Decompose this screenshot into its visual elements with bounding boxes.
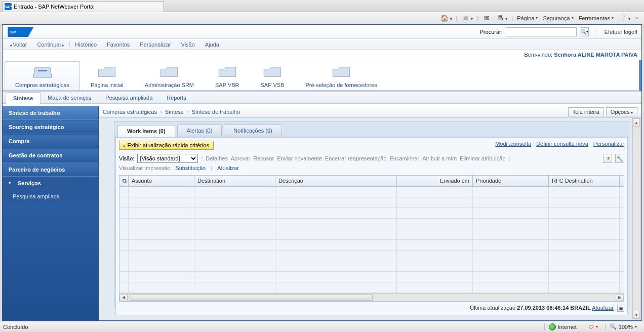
folder-icon — [261, 64, 284, 80]
table-row[interactable] — [119, 208, 624, 219]
action-recusar[interactable]: Recusar — [253, 155, 274, 161]
zoom-control[interactable]: 🔍 100% — [605, 323, 641, 330]
col-assunto[interactable]: Assunto — [129, 176, 194, 186]
nav-ajuda[interactable]: Ajuda — [200, 42, 224, 48]
table-row[interactable] — [119, 261, 624, 272]
col-descrição[interactable]: Descrição — [275, 176, 397, 186]
browser-tabs: SAP Entrada - SAP NetWeaver Portal — [0, 0, 644, 12]
action-encerrar[interactable]: Encerrar reapresentação — [325, 155, 387, 161]
exibir-criterios-button[interactable]: Exibir atualização rápida critérios — [119, 141, 214, 150]
welcome-user: Senhora ALINE MAROTA PAIVA — [554, 52, 637, 58]
scroll-right-icon[interactable]: ▶ — [616, 294, 624, 301]
module-compras-estrategicas[interactable]: Compras estratégicas — [5, 61, 80, 90]
action-atribuir[interactable]: Atribuir a mim — [422, 155, 457, 161]
filter-icon[interactable]: ⧩ — [603, 154, 612, 163]
col-selector[interactable]: ⧉ — [119, 176, 129, 186]
table-row[interactable] — [119, 197, 624, 208]
col-prioridade[interactable]: Prioridade — [473, 176, 549, 186]
help-icon[interactable]: ❔ — [617, 13, 632, 23]
nav-historico[interactable]: Histórico — [70, 42, 102, 48]
bc-b[interactable]: Síntese — [165, 109, 184, 115]
nav-forward[interactable]: Continuar — [32, 42, 70, 48]
table-row[interactable] — [119, 272, 624, 282]
table-row[interactable] — [119, 229, 624, 240]
action-eliminar[interactable]: Eliminar atribuição — [460, 155, 505, 161]
table-row[interactable] — [119, 282, 624, 293]
left-sourcing[interactable]: Sourcing estratégico — [3, 120, 98, 134]
menu-ferramentas[interactable]: Ferramentas — [577, 14, 616, 22]
scroll-up-icon[interactable]: ▲ — [633, 118, 640, 127]
search-button[interactable]: 🔍▾ — [580, 27, 589, 36]
sap-app: SAP Procurar: 🔍▾ Efetuar logoff Voltar C… — [2, 24, 642, 321]
nav-favoritos[interactable]: Favoritos — [102, 42, 135, 48]
vertical-scrollbar[interactable]: ▲ ▼ — [632, 118, 640, 319]
left-servicos[interactable]: Serviços — [3, 177, 98, 190]
module-pagina-inicial[interactable]: Página inicial — [80, 61, 134, 90]
grid-body — [119, 187, 624, 293]
tela-inteira-button[interactable]: Tela inteira — [568, 107, 604, 116]
personalizar-link[interactable]: Personalizar — [593, 141, 624, 147]
menu-seguranca[interactable]: Segurança — [541, 14, 575, 22]
mail-icon[interactable]: ✉ — [480, 13, 493, 23]
definir-consulta-link[interactable]: Definir consulta nova — [536, 141, 588, 147]
horizontal-scrollbar[interactable]: ◀ ▶ — [119, 293, 624, 301]
settings-icon[interactable]: 🔧 — [615, 154, 624, 163]
col-enviado-em[interactable]: Enviado em — [397, 176, 473, 186]
scroll-left-icon[interactable]: ◀ — [119, 294, 128, 301]
module-preselecao[interactable]: Pré-seleção de fornecedores — [295, 61, 387, 90]
col-rfc-destination[interactable]: RFC Destination — [549, 176, 620, 186]
module-sap-vsb[interactable]: SAP VSB — [250, 61, 295, 90]
action-aprovar[interactable]: Aprovar — [231, 155, 251, 161]
col-destination[interactable]: Destination — [194, 176, 275, 186]
left-sintese-trabalho[interactable]: Síntese de trabalho — [3, 106, 98, 120]
left-compra[interactable]: Compra — [3, 134, 98, 148]
browser-tab[interactable]: SAP Entrada - SAP NetWeaver Portal — [2, 1, 164, 12]
print-icon[interactable]: 🖶 — [494, 13, 509, 23]
nav-visao[interactable]: Visão — [176, 42, 200, 48]
nav-back[interactable]: Voltar — [5, 42, 32, 48]
action-enviar[interactable]: Enviar novamente — [277, 155, 322, 161]
protected-mode-icon[interactable]: 🛡▾ — [584, 324, 602, 330]
action-atualizar[interactable]: Atualizar — [217, 165, 239, 171]
left-gestao[interactable]: Gestão de contratos — [3, 148, 98, 162]
grid-header: ⧉AssuntoDestinationDescriçãoEnviado emPr… — [119, 176, 624, 187]
tab-alertas[interactable]: Alertas (0) — [177, 124, 222, 137]
rss-icon[interactable]: ▣ — [459, 13, 475, 23]
toolbar-row2: Visualizar impressão Substituição | Atua… — [119, 165, 624, 171]
nav-personalizar[interactable]: Personalizar — [135, 42, 176, 48]
modif-consulta-link[interactable]: Modif.consulta — [495, 141, 531, 147]
action-encaminhar[interactable]: Encaminhar — [390, 155, 420, 161]
search-input[interactable] — [506, 27, 577, 36]
left-parceiro[interactable]: Parceiro de negócios — [3, 162, 98, 177]
subtab-pesquisa[interactable]: Pesquisa ampliada — [98, 92, 159, 103]
zone-internet[interactable]: Internet — [544, 323, 581, 330]
chevrons-icon[interactable]: » — [633, 15, 640, 22]
tab-work-items[interactable]: Work items (0) — [117, 125, 175, 137]
scroll-down-icon[interactable]: ▼ — [633, 311, 640, 319]
left-pesquisa-ampliada[interactable]: Pesquisa ampliada — [3, 190, 98, 202]
tab-title: Entrada - SAP NetWeaver Portal — [14, 4, 95, 10]
table-row[interactable] — [119, 219, 624, 229]
opcoes-button[interactable]: Opções — [606, 107, 637, 116]
table-row[interactable] — [119, 187, 624, 197]
tab-notificacoes[interactable]: Notificações (0) — [224, 124, 281, 137]
action-detalhes[interactable]: Detalhes — [206, 155, 227, 161]
subtab-mapa[interactable]: Mapa de serviços — [41, 92, 98, 103]
menu-pagina[interactable]: Página — [515, 14, 540, 22]
bc-a[interactable]: Compras estratégicas — [103, 109, 157, 115]
logoff-link[interactable]: Efetuar logoff — [596, 29, 637, 35]
subtab-reports[interactable]: Reports — [159, 92, 193, 103]
module-sap-vbr[interactable]: SAP VBR — [205, 61, 250, 90]
sap-favicon: SAP — [5, 3, 12, 10]
table-row[interactable] — [119, 240, 624, 251]
expand-icon[interactable]: ▣ — [617, 305, 624, 312]
module-admin-srm[interactable]: Administração SRM — [134, 61, 205, 90]
visao-select[interactable]: [Visão standard] — [137, 154, 198, 163]
home-icon[interactable]: 🏠 — [438, 13, 454, 23]
scroll-thumb[interactable] — [130, 294, 373, 301]
action-imprimir[interactable]: Visualizar impressão — [119, 165, 170, 171]
table-row[interactable] — [119, 251, 624, 261]
refresh-link[interactable]: Atualizar — [592, 305, 614, 311]
action-substituicao[interactable]: Substituição — [175, 165, 206, 171]
subtab-sintese[interactable]: Síntese — [6, 92, 41, 104]
